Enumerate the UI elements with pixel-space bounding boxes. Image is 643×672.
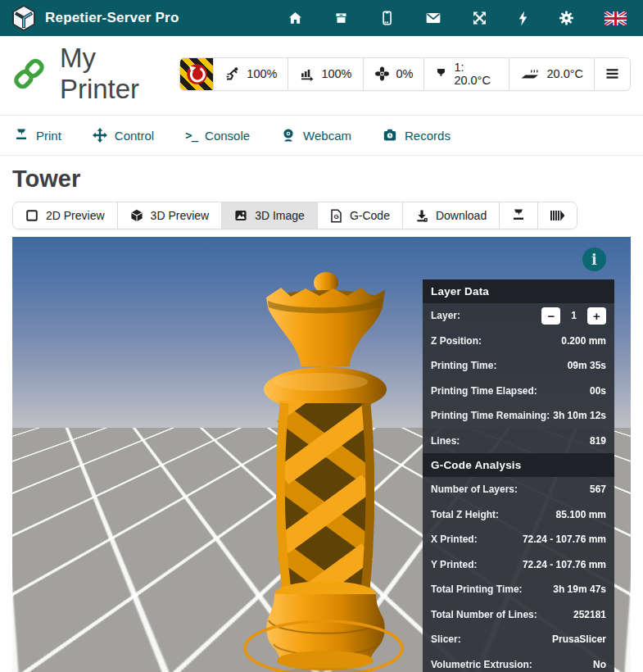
row-label: Slicer: — [431, 633, 461, 645]
button-label: G-Code — [350, 209, 390, 222]
extruder-temp-value: 1: 20.0°C — [454, 61, 497, 87]
touchscreen-icon[interactable] — [379, 11, 395, 25]
info-icon: i — [591, 251, 597, 268]
row-label: Y Printed: — [431, 559, 477, 570]
records-tab-icon — [383, 128, 397, 143]
tab-print[interactable]: Print — [14, 128, 61, 143]
row-label: Volumetric Extrusion: — [431, 659, 532, 670]
layer-data-header: Layer Data — [423, 279, 614, 303]
bed-temp-chip[interactable]: 20.0°C — [509, 58, 595, 90]
panel-row: Z Position: 0.200 mm — [423, 329, 614, 354]
row-value: 72.24 - 107.76 mm — [523, 534, 606, 545]
print-nozzle-icon — [511, 208, 526, 223]
layer-value: 1 — [571, 310, 577, 321]
row-value: 252181 — [573, 609, 606, 620]
webcam-tab-icon — [281, 128, 296, 143]
row-label: Lines: — [431, 435, 460, 447]
row-label: Total Z Height: — [431, 509, 499, 520]
download-button[interactable]: Download — [403, 202, 500, 229]
fan-chip[interactable]: 0% — [364, 58, 425, 90]
speed-multiplier-chip[interactable]: 100% — [214, 58, 288, 90]
row-value: 09m 35s — [568, 360, 606, 371]
row-value: 3h 19m 47s — [553, 583, 606, 595]
continue-layers-button[interactable] — [538, 202, 577, 229]
flow-multiplier-chip[interactable]: 100% — [288, 58, 363, 90]
row-value: 0.200 mm — [561, 335, 606, 347]
panel-row: Total Z Height: 85.100 mm — [423, 502, 614, 528]
expand-arrows-icon[interactable] — [472, 11, 487, 25]
row-label: Printing Time Remaining: — [431, 410, 550, 421]
bed-temp-value: 20.0°C — [547, 67, 584, 80]
printer-status-toolbar: 100% 100% 0% — [179, 57, 631, 91]
connected-link-icon — [12, 57, 46, 91]
panel-row: Volumetric Extrusion: No — [423, 652, 614, 672]
row-label: Z Position: — [431, 335, 482, 347]
top-navbar: Repetier-Server Pro — [0, 0, 643, 36]
extruder-temp-chip[interactable]: 1: 20.0°C — [424, 58, 509, 90]
heated-bed-icon — [520, 66, 541, 81]
2d-preview-button[interactable]: 2D Preview — [13, 202, 118, 229]
console-tab-icon: >_ — [185, 129, 197, 142]
layer-decrement-button[interactable]: − — [541, 307, 560, 325]
panel-row: Printing Time Remaining: 3h 10m 12s — [423, 403, 614, 429]
button-label: 3D Image — [255, 209, 305, 222]
tab-label: Console — [205, 129, 250, 143]
mail-icon[interactable] — [425, 11, 441, 25]
flow-value: 100% — [321, 67, 351, 80]
tab-control[interactable]: Control — [93, 128, 154, 143]
emergency-stop-button[interactable] — [180, 58, 214, 90]
layer-data-panel: Layer Data Layer: − 1 + Z Position: 0.20… — [423, 279, 614, 672]
language-flag-uk-icon[interactable] — [605, 11, 627, 25]
row-label: Total Printing Time: — [431, 583, 523, 595]
flow-icon — [299, 66, 315, 81]
row-label: Printing Time Elapsed: — [431, 385, 537, 397]
row-value: 00s — [590, 385, 606, 397]
panel-row: Total Printing Time: 3h 19m 47s — [423, 577, 614, 602]
tab-webcam[interactable]: Webcam — [281, 128, 351, 143]
print-job-button[interactable] — [500, 202, 538, 229]
home-icon[interactable] — [288, 11, 303, 25]
layer-stepper: − 1 + — [541, 307, 606, 325]
row-value: No — [593, 659, 606, 670]
tab-label: Records — [405, 129, 451, 143]
printer-tabs: Print Control >_ Console Webcam Rec — [0, 116, 643, 156]
preview-toolbar: 2D Preview 3D Preview 3D Image G G-Code … — [12, 202, 577, 229]
3d-preview-button[interactable]: 3D Preview — [118, 202, 223, 229]
3d-image-button[interactable]: 3D Image — [222, 202, 318, 229]
printer-name: My Printer — [60, 43, 179, 105]
panel-row: Number of Layers: 567 — [423, 477, 614, 502]
control-tab-icon — [93, 128, 107, 143]
tab-label: Webcam — [303, 129, 351, 143]
printer-header: My Printer 100% 10 — [0, 36, 643, 116]
row-value: 3h 10m 12s — [553, 410, 606, 421]
row-value: 85.100 mm — [556, 509, 606, 520]
panel-row: Slicer: PrusaSlicer — [423, 627, 614, 652]
3d-image-icon — [234, 209, 247, 222]
tab-console[interactable]: >_ Console — [185, 129, 250, 143]
hamburger-menu-icon — [605, 67, 619, 80]
panel-row: X Printed: 72.24 - 107.76 mm — [423, 527, 614, 552]
layers-play-icon — [550, 209, 565, 222]
extruder-nozzle-icon — [435, 66, 447, 81]
archive-box-icon[interactable] — [333, 11, 349, 25]
speed-value: 100% — [247, 67, 277, 80]
settings-gear-icon[interactable] — [559, 11, 574, 25]
printer-menu-button[interactable] — [595, 58, 630, 90]
job-title: Tower — [0, 156, 643, 202]
row-label: X Printed: — [431, 534, 478, 545]
power-bolt-icon[interactable] — [518, 11, 528, 26]
layer-increment-button[interactable]: + — [587, 307, 606, 325]
gcode-button[interactable]: G G-Code — [318, 202, 403, 229]
tab-records[interactable]: Records — [383, 128, 451, 143]
panel-row: Printing Time Elapsed: 00s — [423, 379, 614, 404]
row-value: 567 — [590, 484, 606, 495]
row-label: Total Number of Lines: — [431, 609, 537, 620]
fan-value: 0% — [396, 67, 414, 80]
gcode-file-icon: G — [330, 209, 342, 223]
fan-icon — [374, 66, 390, 81]
speed-icon — [224, 66, 240, 81]
svg-text:G: G — [333, 213, 338, 220]
panel-row: Printing Time: 09m 35s — [423, 353, 614, 379]
tab-label: Print — [36, 129, 61, 143]
info-button[interactable]: i — [582, 247, 606, 271]
